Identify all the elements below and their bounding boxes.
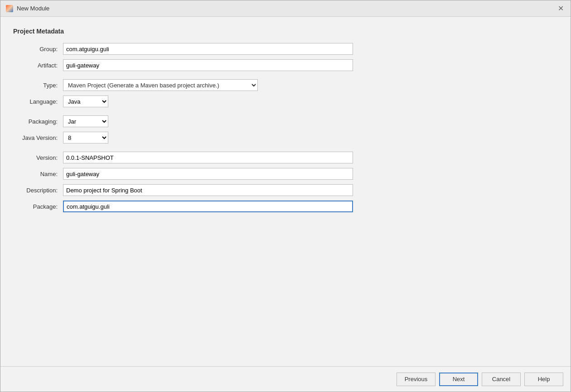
packaging-row: Packaging: Jar War xyxy=(13,115,558,127)
java-version-label: Java Version: xyxy=(13,134,63,141)
name-input[interactable] xyxy=(63,168,353,180)
app-icon xyxy=(6,5,13,12)
group-row: Group: xyxy=(13,43,558,55)
title-bar: New Module ✕ xyxy=(0,0,571,17)
dialog-content: Project Metadata Group: Artifact: Type: … xyxy=(0,17,571,366)
description-row: Description: xyxy=(13,184,558,196)
dialog-title: New Module xyxy=(17,5,49,12)
version-input[interactable] xyxy=(63,152,353,163)
group-input[interactable] xyxy=(63,43,353,55)
description-input[interactable] xyxy=(63,184,353,196)
packaging-label: Packaging: xyxy=(13,118,63,125)
previous-button[interactable]: Previous xyxy=(397,373,436,386)
package-label: Package: xyxy=(13,203,63,210)
packaging-select[interactable]: Jar War xyxy=(63,115,108,127)
close-button[interactable]: ✕ xyxy=(556,4,565,13)
version-label: Version: xyxy=(13,154,63,161)
group-label: Group: xyxy=(13,46,63,53)
artifact-row: Artifact: xyxy=(13,59,558,71)
help-button[interactable]: Help xyxy=(524,373,563,386)
cancel-button[interactable]: Cancel xyxy=(482,373,521,386)
next-button[interactable]: Next xyxy=(439,373,478,386)
package-input[interactable] xyxy=(63,201,353,212)
type-row: Type: Maven Project (Generate a Maven ba… xyxy=(13,79,558,91)
language-row: Language: Java Kotlin Groovy xyxy=(13,96,558,107)
new-module-dialog: New Module ✕ Project Metadata Group: Art… xyxy=(0,0,571,392)
type-label: Type: xyxy=(13,82,63,89)
java-version-select[interactable]: 8 11 17 21 xyxy=(63,132,108,143)
artifact-input[interactable] xyxy=(63,59,353,71)
artifact-label: Artifact: xyxy=(13,62,63,69)
section-title: Project Metadata xyxy=(13,28,558,35)
name-row: Name: xyxy=(13,168,558,180)
version-row: Version: xyxy=(13,152,558,163)
type-select[interactable]: Maven Project (Generate a Maven based pr… xyxy=(63,79,258,91)
language-select[interactable]: Java Kotlin Groovy xyxy=(63,96,108,107)
title-bar-left: New Module xyxy=(6,5,49,12)
java-version-row: Java Version: 8 11 17 21 xyxy=(13,132,558,143)
dialog-footer: Previous Next Cancel Help xyxy=(0,366,571,392)
name-label: Name: xyxy=(13,171,63,177)
package-row: Package: xyxy=(13,201,558,212)
language-label: Language: xyxy=(13,98,63,105)
description-label: Description: xyxy=(13,187,63,194)
